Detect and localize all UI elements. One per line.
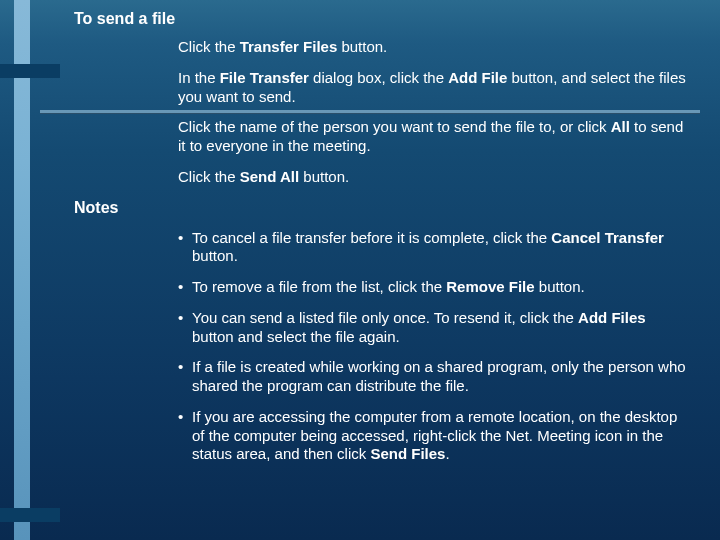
note-item: To remove a file from the list, click th…: [178, 278, 689, 297]
step-item: Click the Transfer Files button.: [178, 38, 689, 57]
section-heading: To send a file: [74, 10, 689, 28]
content-area: To send a file Click the Transfer Files …: [74, 10, 689, 476]
notes-heading: Notes: [74, 199, 689, 217]
note-item: To cancel a file transfer before it is c…: [178, 229, 689, 267]
note-item: If you are accessing the computer from a…: [178, 408, 689, 464]
accent-bar-bottom: [0, 508, 60, 522]
step-item: Click the Send All button.: [178, 168, 689, 187]
step-item: Click the name of the person you want to…: [178, 118, 689, 156]
left-accent-stripe: [14, 0, 30, 540]
note-item: If a file is created while working on a …: [178, 358, 689, 396]
step-item: In the File Transfer dialog box, click t…: [178, 69, 689, 107]
notes-list: To cancel a file transfer before it is c…: [178, 229, 689, 465]
accent-bar-top: [0, 64, 60, 78]
steps-list: Click the Transfer Files button. In the …: [178, 38, 689, 187]
note-item: You can send a listed file only once. To…: [178, 309, 689, 347]
slide: To send a file Click the Transfer Files …: [0, 0, 720, 540]
